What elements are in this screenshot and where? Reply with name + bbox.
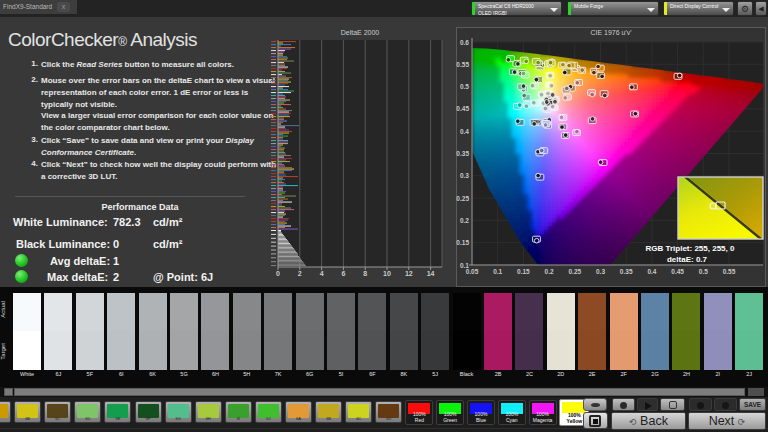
svg-text:0.5: 0.5 xyxy=(699,268,708,275)
svg-text:0.6: 0.6 xyxy=(460,39,469,46)
svg-text:2: 2 xyxy=(298,270,302,277)
svg-text:4: 4 xyxy=(320,270,324,277)
svg-text:0.4: 0.4 xyxy=(460,128,469,135)
svg-text:0.35: 0.35 xyxy=(620,268,633,275)
svg-text:deltaE: 0.7: deltaE: 0.7 xyxy=(667,255,708,264)
svg-text:0.35: 0.35 xyxy=(456,150,469,157)
svg-text:0.05: 0.05 xyxy=(466,268,479,275)
svg-text:0.4: 0.4 xyxy=(647,268,656,275)
svg-text:0.25: 0.25 xyxy=(568,268,581,275)
svg-text:6: 6 xyxy=(341,270,345,277)
svg-text:DeltaE 2000: DeltaE 2000 xyxy=(341,29,380,36)
svg-text:0.55: 0.55 xyxy=(456,61,469,68)
svg-text:0.5: 0.5 xyxy=(460,83,469,90)
svg-text:12: 12 xyxy=(405,270,413,277)
svg-text:0.45: 0.45 xyxy=(456,105,469,112)
svg-text:0.3: 0.3 xyxy=(596,268,605,275)
svg-text:0.3: 0.3 xyxy=(460,172,469,179)
svg-text:0.2: 0.2 xyxy=(460,217,469,224)
svg-text:RGB Triplet: 255, 255, 0: RGB Triplet: 255, 255, 0 xyxy=(646,244,735,253)
svg-text:0.45: 0.45 xyxy=(671,268,684,275)
svg-text:0.15: 0.15 xyxy=(517,268,530,275)
svg-text:0.2: 0.2 xyxy=(545,268,554,275)
svg-text:8: 8 xyxy=(363,270,367,277)
svg-text:0.1: 0.1 xyxy=(493,268,502,275)
svg-text:14: 14 xyxy=(427,270,435,277)
svg-text:CIE 1976 u'v': CIE 1976 u'v' xyxy=(590,29,631,36)
svg-text:0.55: 0.55 xyxy=(723,268,736,275)
svg-text:0: 0 xyxy=(276,270,280,277)
svg-text:0.15: 0.15 xyxy=(456,239,469,246)
svg-text:0.25: 0.25 xyxy=(456,195,469,202)
svg-text:10: 10 xyxy=(383,270,391,277)
